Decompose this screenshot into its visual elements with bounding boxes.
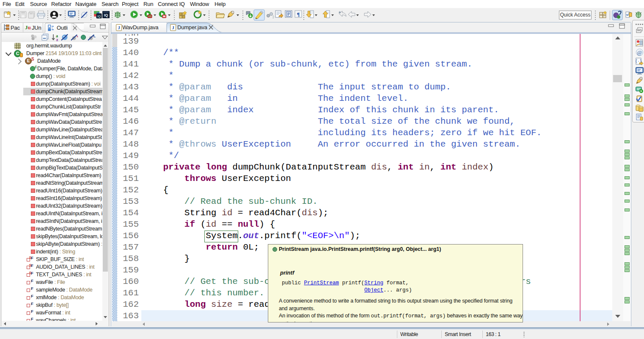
svg-text:@: @	[637, 49, 642, 56]
svg-text:IQ: IQ	[97, 15, 101, 18]
svg-text:J: J	[118, 25, 120, 30]
svg-text:L: L	[94, 34, 96, 38]
svg-text:J: J	[172, 25, 174, 30]
svg-text:z: z	[56, 37, 58, 42]
svg-text:IQ: IQ	[104, 13, 108, 17]
svg-text:¶: ¶	[297, 11, 300, 17]
svg-text:s: s	[77, 34, 78, 38]
